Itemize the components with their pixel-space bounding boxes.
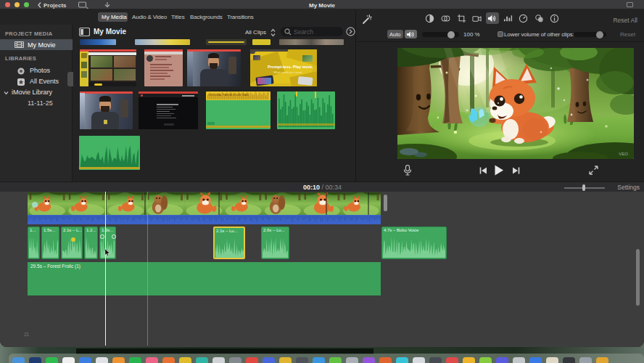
svg-text:VEO: VEO	[619, 152, 628, 156]
